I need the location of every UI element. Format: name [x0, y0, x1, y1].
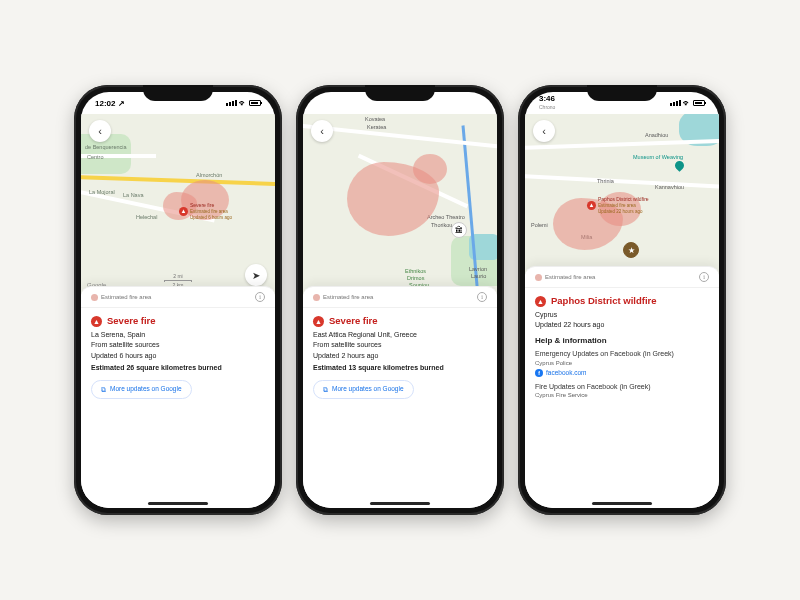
fire-swatch-icon — [91, 294, 98, 301]
map-area[interactable]: ‹ Anadhiou Museum of Weaving Thrinia Kan… — [525, 114, 719, 274]
help-link[interactable]: Fire Updates on Facebook (in Greek) — [535, 382, 709, 391]
fire-title: ▲ Severe fire — [91, 315, 265, 328]
screen: 3:46 Chrono ᯤ ‹ Anadhiou Museum of Weavi… — [525, 92, 719, 508]
wifi-icon: ᯤ — [683, 99, 691, 108]
info-icon[interactable]: i — [477, 292, 487, 302]
recenter-button[interactable]: ➤ — [245, 264, 267, 286]
link-source[interactable]: f facebook.com — [535, 369, 709, 378]
signal-icon — [226, 100, 237, 106]
poi-pin[interactable]: 🏛 — [451, 222, 467, 238]
back-button[interactable]: ‹ — [533, 120, 555, 142]
fire-title: ▲ Severe fire — [313, 315, 487, 328]
notch — [365, 85, 435, 101]
legend-row: Estimated fire area i — [525, 267, 719, 288]
more-updates-button[interactable]: ⧉ More updates on Google — [91, 380, 192, 399]
back-button[interactable]: ‹ — [311, 120, 333, 142]
facebook-icon: f — [535, 369, 543, 377]
status-icons: ᯤ — [670, 99, 705, 108]
phone-1: 12:02 ↗ ᯤ ‹ de Benquerencia Centro La Mo… — [74, 85, 282, 515]
map-label: Drimos — [407, 275, 424, 281]
phone-2: ‹ Kovatea Keratea Archeo Theatro Thoriko… — [296, 85, 504, 515]
home-indicator[interactable] — [148, 502, 208, 505]
card-body: ▲ Severe fire La Serena, Spain From sate… — [81, 308, 275, 403]
map-label: Kovatea — [365, 116, 385, 122]
map-area[interactable]: ‹ Kovatea Keratea Archeo Theatro Thoriko… — [303, 114, 497, 294]
screen: 12:02 ↗ ᯤ ‹ de Benquerencia Centro La Mo… — [81, 92, 275, 508]
back-button[interactable]: ‹ — [89, 120, 111, 142]
map-label: de Benquerencia — [85, 144, 127, 150]
fire-icon: ▲ — [179, 207, 188, 216]
external-link-icon: ⧉ — [101, 385, 106, 394]
fire-swatch-icon — [535, 274, 542, 281]
poi-pin[interactable]: ★ — [623, 242, 639, 258]
map-label: La Nava — [123, 192, 144, 198]
info-icon[interactable]: i — [255, 292, 265, 302]
map-label: Laurio — [471, 273, 486, 279]
map-label: Lavrion — [469, 266, 487, 272]
screen: ‹ Kovatea Keratea Archeo Theatro Thoriko… — [303, 92, 497, 508]
map-label: Thrinia — [597, 178, 614, 184]
info-icon[interactable]: i — [699, 272, 709, 282]
help-section-title: Help & information — [535, 336, 709, 347]
signal-icon — [670, 100, 681, 106]
fire-marker[interactable]: ▲ Paphos District wildfire Estimated fir… — [587, 196, 649, 214]
status-time: 3:46 Chrono — [539, 95, 555, 111]
external-link-icon: ⧉ — [323, 385, 328, 394]
more-updates-button[interactable]: ⧉ More updates on Google — [313, 380, 414, 399]
notch — [143, 85, 213, 101]
battery-icon — [249, 100, 261, 106]
legend-row: Estimated fire area i — [81, 287, 275, 308]
fire-title: ▲ Paphos District wildfire — [535, 295, 709, 308]
home-indicator[interactable] — [592, 502, 652, 505]
fire-icon: ▲ — [535, 296, 546, 307]
fire-icon: ▲ — [313, 316, 324, 327]
map-label: Museum of Weaving — [633, 154, 683, 160]
map-label: Anadhiou — [645, 132, 668, 138]
battery-icon — [693, 100, 705, 106]
map-label: Almorchón — [196, 172, 222, 178]
map-label: Archeo Theatro — [427, 214, 465, 220]
map-label: La Mojoral — [89, 189, 115, 195]
status-time: 12:02 ↗ — [95, 99, 125, 108]
map-label: Kannavhiou — [655, 184, 684, 190]
fire-swatch-icon — [313, 294, 320, 301]
stage: 12:02 ↗ ᯤ ‹ de Benquerencia Centro La Mo… — [0, 0, 800, 600]
map-area[interactable]: ‹ de Benquerencia Centro La Mojoral La N… — [81, 114, 275, 294]
info-sheet: Estimated fire area i ▲ Severe fire East… — [303, 286, 497, 508]
fire-icon: ▲ — [587, 201, 596, 210]
map-label: Polemi — [531, 222, 548, 228]
fire-marker[interactable]: ▲ Severe fire Estimated fire area Update… — [179, 202, 232, 220]
map-label: Centro — [87, 154, 104, 160]
map-label: Helechal — [136, 214, 157, 220]
help-link[interactable]: Emergency Updates on Facebook (in Greek) — [535, 349, 709, 358]
info-sheet: Estimated fire area i ▲ Paphos District … — [525, 266, 719, 508]
phone-3: 3:46 Chrono ᯤ ‹ Anadhiou Museum of Weavi… — [518, 85, 726, 515]
home-indicator[interactable] — [370, 502, 430, 505]
legend-row: Estimated fire area i — [303, 287, 497, 308]
map-label: Ethnikos — [405, 268, 426, 274]
map-label: Thorikou — [431, 222, 452, 228]
map-label: Keratea — [367, 124, 386, 130]
status-icons: ᯤ — [226, 99, 261, 108]
card-body: ▲ Paphos District wildfire Cyprus Update… — [525, 288, 719, 403]
wifi-icon: ᯤ — [239, 99, 247, 108]
poi-pin[interactable] — [673, 159, 686, 172]
card-body: ▲ Severe fire East Attica Regional Unit,… — [303, 308, 497, 403]
info-sheet: Estimated fire area i ▲ Severe fire La S… — [81, 286, 275, 508]
notch — [587, 85, 657, 101]
fire-icon: ▲ — [91, 316, 102, 327]
